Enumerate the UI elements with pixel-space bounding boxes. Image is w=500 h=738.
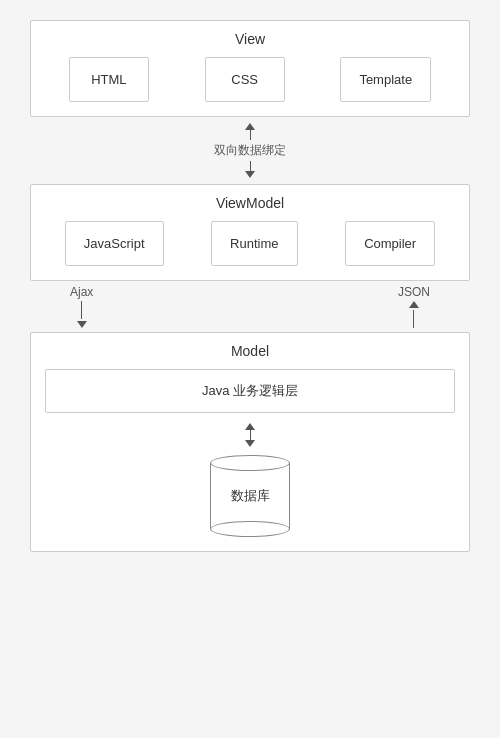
viewmodel-title: ViewModel (45, 195, 455, 211)
db-arrowhead-down (245, 440, 255, 447)
model-title: Model (45, 343, 455, 359)
css-item: CSS (205, 57, 285, 102)
template-item: Template (340, 57, 431, 102)
html-item: HTML (69, 57, 149, 102)
connector-viewmodel-model: Ajax JSON (30, 281, 470, 332)
arrowhead-down-1 (245, 171, 255, 178)
runtime-item: Runtime (211, 221, 297, 266)
arrow-line-1 (250, 130, 251, 140)
json-label: JSON (398, 285, 430, 299)
ajax-arrow: Ajax (70, 285, 93, 328)
connector-view-viewmodel: 双向数据绑定 (214, 117, 286, 184)
db-bottom (210, 521, 290, 537)
database-cylinder: 数据库 (210, 455, 290, 537)
architecture-diagram: View HTML CSS Template 双向数据绑定 ViewModel … (30, 20, 470, 552)
db-label: 数据库 (210, 487, 290, 505)
javascript-item: JavaScript (65, 221, 164, 266)
json-line (413, 310, 414, 328)
db-arrowhead-up (245, 423, 255, 430)
view-items-row: HTML CSS Template (45, 57, 455, 102)
viewmodel-layer: ViewModel JavaScript Runtime Compiler (30, 184, 470, 281)
db-section: 数据库 (45, 455, 455, 537)
arrowhead-up-1 (245, 123, 255, 130)
compiler-item: Compiler (345, 221, 435, 266)
db-arrow-section (45, 423, 455, 447)
arrow-line-2 (250, 161, 251, 171)
view-title: View (45, 31, 455, 47)
model-layer: Model Java 业务逻辑层 数据库 (30, 332, 470, 552)
json-arrow: JSON (398, 285, 430, 328)
binding-label: 双向数据绑定 (214, 142, 286, 159)
json-arrowhead (409, 301, 419, 308)
ajax-line (81, 301, 82, 319)
view-layer: View HTML CSS Template (30, 20, 470, 117)
db-top (210, 455, 290, 471)
ajax-label: Ajax (70, 285, 93, 299)
viewmodel-items-row: JavaScript Runtime Compiler (45, 221, 455, 266)
db-line (250, 430, 251, 440)
ajax-arrowhead (77, 321, 87, 328)
java-logic-item: Java 业务逻辑层 (45, 369, 455, 413)
